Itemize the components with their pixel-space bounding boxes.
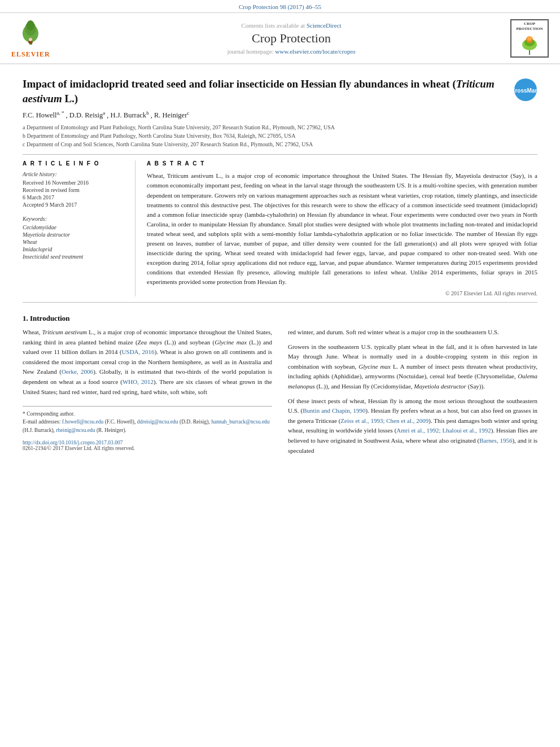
journal-homepage: journal homepage: www.elsevier.com/locat… bbox=[85, 48, 498, 55]
ref-who-2012[interactable]: WHO, 2012 bbox=[123, 378, 154, 385]
doi-link[interactable]: http://dx.doi.org/10.1016/j.cropro.2017.… bbox=[23, 440, 123, 445]
abstract-text: Wheat, Triticum aestivum L., is a major … bbox=[147, 171, 537, 287]
intro-body-cols: Wheat, Triticum aestivum L., is a major … bbox=[23, 327, 537, 460]
affil-a: a Department of Entomology and Plant Pat… bbox=[23, 123, 537, 132]
ref-oerke-2006[interactable]: Oerke, 2006 bbox=[62, 368, 93, 375]
journal-header: ELSEVIER Contents lists available at Sci… bbox=[0, 13, 560, 64]
intro-right-col: red winter, and durum. Soft red winter w… bbox=[288, 327, 537, 460]
accepted-date: Accepted 9 March 2017 bbox=[23, 202, 126, 208]
affil-b: b Department of Entomology and Plant Pat… bbox=[23, 132, 537, 140]
crop-logo-text: CROP PROTECTION bbox=[511, 21, 548, 31]
intro-left-col: Wheat, Triticum aestivum L., is a major … bbox=[23, 327, 272, 460]
email-1-link[interactable]: f.howell@ncsu.edu bbox=[62, 419, 104, 425]
received-date: Received 16 November 2016 bbox=[23, 180, 126, 186]
abstract-label: A B S T R A C T bbox=[147, 160, 537, 167]
article-info-label: A R T I C L E I N F O bbox=[23, 160, 126, 167]
svg-point-13 bbox=[527, 36, 532, 41]
divider-2 bbox=[23, 302, 537, 303]
abstract-col: A B S T R A C T Wheat, Triticum aestivum… bbox=[147, 160, 537, 296]
journal-top-bar: Crop Protection 98 (2017) 46–55 bbox=[0, 0, 560, 13]
keyword-5: Insecticidal seed treatment bbox=[23, 254, 126, 260]
article-info-col: A R T I C L E I N F O Article history: R… bbox=[23, 160, 135, 296]
intro-section: 1. Introduction Wheat, Triticum aestivum… bbox=[23, 314, 537, 460]
footnote-section: * Corresponding author. E-mail addresses… bbox=[23, 406, 272, 434]
copyright-line: © 2017 Elsevier Ltd. All rights reserved… bbox=[147, 290, 537, 296]
article-history-label: Article history: bbox=[23, 171, 126, 177]
revised-date: 6 March 2017 bbox=[23, 194, 126, 200]
intro-para-2: red winter, and durum. Soft red winter w… bbox=[288, 327, 537, 338]
intro-para-3: Growers in the southeastern U.S. typical… bbox=[288, 342, 537, 392]
elsevier-text: ELSEVIER bbox=[11, 50, 50, 59]
divider-1 bbox=[23, 154, 537, 155]
elsevier-logo: ELSEVIER bbox=[11, 18, 50, 59]
ref-buntin-1990[interactable]: Buntin and Chapin, 1990 bbox=[303, 407, 365, 414]
article-title: Impact of imidacloprid treated seed and … bbox=[23, 77, 508, 106]
intro-para-1: Wheat, Triticum aestivum L., is a major … bbox=[23, 327, 272, 397]
footnote-emails: E-mail addresses: f.howell@ncsu.edu (F.C… bbox=[23, 418, 272, 434]
article-content: Impact of imidacloprid treated seed and … bbox=[0, 64, 560, 471]
ref-amri-1992[interactable]: Amri et al., 1992; Lhaloui et al., 1992 bbox=[396, 427, 491, 434]
footnote-corresponding: * Corresponding author. bbox=[23, 410, 272, 418]
revised-label: Received in revised form bbox=[23, 187, 126, 193]
article-info-abstract: A R T I C L E I N F O Article history: R… bbox=[23, 160, 537, 296]
affiliations: a Department of Entomology and Plant Pat… bbox=[23, 123, 537, 148]
ref-barnes-1956[interactable]: Barnes, 1956 bbox=[479, 437, 512, 444]
email-2-link[interactable]: ddreisig@ncsu.edu bbox=[137, 419, 178, 425]
page-footer: http://dx.doi.org/10.1016/j.cropro.2017.… bbox=[23, 440, 272, 451]
elsevier-tree-icon bbox=[15, 18, 46, 49]
ref-usda-2016[interactable]: USDA, 2016 bbox=[122, 348, 155, 355]
article-title-section: Impact of imidacloprid treated seed and … bbox=[23, 77, 537, 106]
keywords-section: Keywords: Cecidomyiidae Mayetiola destru… bbox=[23, 216, 126, 260]
journal-logo-right: CROP PROTECTION bbox=[504, 19, 549, 58]
intro-para-4: Of these insect pests of wheat, Hessian … bbox=[288, 396, 537, 456]
journal-homepage-link[interactable]: www.elsevier.com/locate/cropro bbox=[275, 48, 355, 55]
svg-point-7 bbox=[29, 38, 32, 41]
svg-text:CrossMark: CrossMark bbox=[514, 88, 537, 94]
sciencedirect-anchor[interactable]: ScienceDirect bbox=[307, 22, 342, 29]
email-3-link[interactable]: hannah_burrack@ncsu.edu bbox=[211, 419, 269, 425]
keyword-4: Imidacloprid bbox=[23, 246, 126, 252]
keyword-3: Wheat bbox=[23, 239, 126, 245]
crossmark-icon: CrossMark bbox=[514, 78, 537, 102]
journal-title: Crop Protection bbox=[85, 31, 498, 46]
elsevier-logo-area: ELSEVIER bbox=[11, 18, 79, 59]
keyword-1: Cecidomyiidae bbox=[23, 224, 126, 230]
email-4-link[interactable]: rheinig@ncsu.edu bbox=[56, 427, 95, 433]
crop-protection-logo: CROP PROTECTION bbox=[510, 19, 549, 58]
issn-line: 0261-2194/© 2017 Elsevier Ltd. All right… bbox=[23, 445, 272, 451]
affil-c: c Department of Crop and Soil Sciences, … bbox=[23, 140, 537, 148]
keywords-label: Keywords: bbox=[23, 216, 126, 222]
article-authors: F.C. Howella, * , D.D. Reisiga , H.J. Bu… bbox=[23, 110, 537, 120]
keyword-2: Mayetiola destructor bbox=[23, 231, 126, 238]
intro-heading: 1. Introduction bbox=[23, 314, 537, 323]
journal-header-center: Contents lists available at ScienceDirec… bbox=[85, 22, 498, 55]
svg-point-4 bbox=[27, 20, 34, 30]
crop-logo-icon bbox=[518, 31, 541, 55]
sciencedirect-link: Contents lists available at ScienceDirec… bbox=[85, 22, 498, 29]
ref-zeiss-1993[interactable]: Zeiss et al., 1993; Chen et al., 2009 bbox=[340, 417, 428, 424]
